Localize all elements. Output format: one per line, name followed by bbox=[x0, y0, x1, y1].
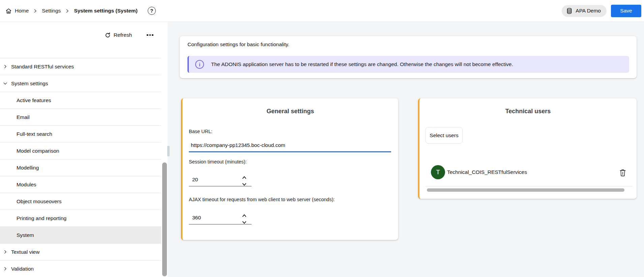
chevron-right-icon bbox=[33, 9, 37, 13]
tree-item-label: Model comparison bbox=[17, 148, 59, 154]
base-url-input[interactable] bbox=[189, 140, 391, 152]
technical-users-title: Technical users bbox=[419, 98, 637, 115]
technical-user-row: TTechnical_COIS_RESTfulServices bbox=[419, 165, 637, 183]
tree-item-object-mouseovers[interactable]: Object mouseovers bbox=[0, 193, 161, 210]
tree-item-label: Full-text search bbox=[17, 131, 52, 137]
repository-button[interactable]: APA Demo bbox=[562, 5, 607, 17]
divider bbox=[426, 186, 633, 186]
user-name: Technical_COIS_RESTfulServices bbox=[447, 169, 527, 175]
session-timeout-label: Session timeout (minutes): bbox=[189, 159, 247, 164]
tree-item-label: Object mouseovers bbox=[17, 198, 62, 205]
ajax-timeout-label: AJAX timeout for requests from web clien… bbox=[189, 197, 335, 202]
breadcrumb-current-page: System settings (System) bbox=[74, 8, 138, 14]
restart-notice-text: The ADONIS application server has to be … bbox=[211, 61, 513, 67]
technical-users-card: Technical users Select users TTechnical_… bbox=[418, 98, 637, 199]
home-icon bbox=[5, 8, 12, 14]
info-icon: i bbox=[195, 60, 204, 69]
description-card: Configuration settings for basic functio… bbox=[180, 36, 637, 78]
tree-item-label: Modules bbox=[17, 182, 36, 188]
chevron-right-icon bbox=[3, 249, 8, 254]
chevron-right-icon bbox=[3, 64, 8, 69]
tree-scrollbar-thumb[interactable] bbox=[167, 146, 170, 156]
settings-sidebar: Refresh Standard RESTful servicesSystem … bbox=[0, 22, 168, 277]
tree-item-email[interactable]: Email bbox=[0, 109, 161, 125]
top-bar-actions: APA Demo Save bbox=[562, 5, 644, 17]
tree-item-validation[interactable]: Validation bbox=[0, 260, 161, 277]
tree-item-label: Active features bbox=[17, 97, 51, 103]
save-button[interactable]: Save bbox=[611, 5, 641, 17]
tree-item-textual-view[interactable]: Textual view bbox=[0, 243, 161, 260]
page-description: Configuration settings for basic functio… bbox=[187, 41, 289, 48]
tree-item-label: Modelling bbox=[17, 165, 39, 171]
refresh-button[interactable]: Refresh bbox=[105, 32, 132, 38]
repository-button-label: APA Demo bbox=[576, 8, 601, 14]
refresh-button-label: Refresh bbox=[114, 32, 132, 38]
tree-item-label: System bbox=[17, 232, 34, 238]
chevron-right-icon bbox=[65, 9, 69, 13]
tree-item-label: Standard RESTful services bbox=[11, 64, 74, 70]
tree-item-standard-restful-services[interactable]: Standard RESTful services bbox=[0, 58, 161, 75]
help-icon[interactable]: ? bbox=[148, 7, 156, 15]
trash-icon bbox=[619, 168, 626, 177]
tree-item-active-features[interactable]: Active features bbox=[0, 92, 161, 109]
breadcrumb-home[interactable]: Home bbox=[15, 8, 29, 14]
tree-item-label: Textual view bbox=[11, 249, 39, 255]
horizontal-scrollbar-thumb[interactable] bbox=[427, 188, 624, 192]
tree-item-modelling[interactable]: Modelling bbox=[0, 159, 161, 176]
breadcrumb: Home Settings System settings (System) bbox=[0, 8, 138, 14]
general-settings-card: General settings Base URL: Session timeo… bbox=[181, 98, 398, 240]
tree-item-model-comparison[interactable]: Model comparison bbox=[0, 142, 161, 159]
tree-item-system-settings[interactable]: System settings bbox=[0, 75, 161, 92]
sidebar-scrollbar-thumb[interactable] bbox=[162, 162, 167, 276]
general-settings-title: General settings bbox=[182, 98, 398, 115]
tree-item-system[interactable]: System bbox=[0, 226, 161, 243]
base-url-label: Base URL: bbox=[189, 129, 212, 134]
stepper-up-icon[interactable] bbox=[241, 175, 247, 180]
stepper-up-icon[interactable] bbox=[241, 213, 247, 218]
more-options-icon[interactable] bbox=[144, 30, 156, 40]
ajax-timeout-stepper bbox=[240, 213, 248, 225]
user-avatar: T bbox=[431, 165, 445, 179]
stepper-down-icon[interactable] bbox=[241, 220, 247, 225]
settings-tree: Standard RESTful servicesSystem settings… bbox=[0, 58, 161, 277]
select-users-button[interactable]: Select users bbox=[426, 127, 463, 144]
tree-item-label: Printing and reporting bbox=[17, 215, 66, 221]
tree-item-printing-and-reporting[interactable]: Printing and reporting bbox=[0, 210, 161, 226]
restart-notice-banner: i The ADONIS application server has to b… bbox=[187, 56, 629, 73]
delete-user-button[interactable] bbox=[618, 168, 627, 178]
tree-item-label: System settings bbox=[11, 81, 48, 87]
tree-item-label: Validation bbox=[11, 266, 34, 272]
refresh-icon bbox=[105, 32, 111, 38]
chevron-down-icon bbox=[3, 81, 8, 86]
chevron-right-icon bbox=[3, 266, 8, 271]
tree-item-label: Email bbox=[17, 114, 30, 120]
tree-item-modules[interactable]: Modules bbox=[0, 176, 161, 193]
settings-content: Configuration settings for basic functio… bbox=[168, 22, 644, 277]
breadcrumb-settings[interactable]: Settings bbox=[42, 8, 61, 14]
database-icon bbox=[566, 8, 573, 14]
session-timeout-stepper bbox=[240, 175, 248, 187]
tree-item-full-text-search[interactable]: Full-text search bbox=[0, 125, 161, 142]
stepper-down-icon[interactable] bbox=[241, 182, 247, 187]
top-bar: Home Settings System settings (System) ?… bbox=[0, 0, 644, 22]
